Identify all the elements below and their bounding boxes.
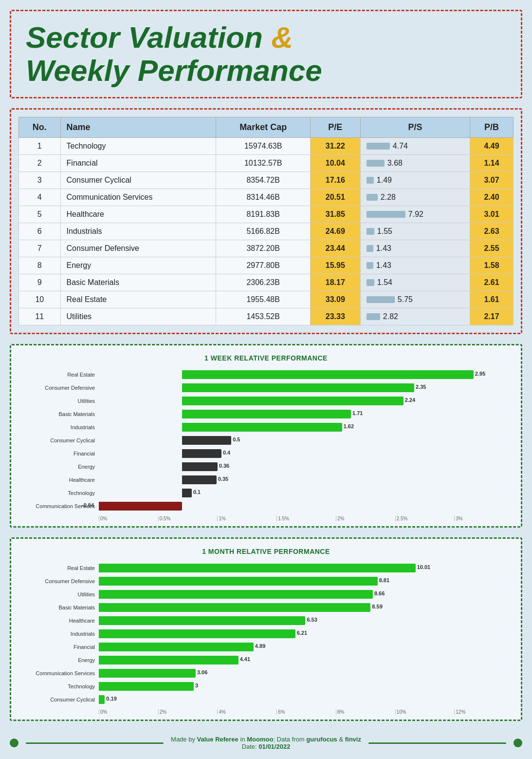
bar-fill <box>182 449 221 458</box>
bar-fill <box>99 656 238 664</box>
bar-container: -0.84 <box>99 502 509 511</box>
xaxis-tick: 3% <box>454 516 514 521</box>
bar-row: Technology3 <box>18 681 509 692</box>
xaxis-tick: 4% <box>217 709 276 715</box>
xaxis-tick: 12% <box>454 709 514 715</box>
bar-value: 4.89 <box>255 643 265 649</box>
cell-name: Utilities <box>60 308 216 325</box>
bar-label: Communication Services <box>18 670 99 676</box>
bar-container: 1.62 <box>99 423 509 432</box>
bar-container: 8.59 <box>99 603 509 612</box>
cell-pb: 2.55 <box>470 240 514 257</box>
bar-container: 8.66 <box>99 590 509 599</box>
footer-line-left <box>26 742 164 744</box>
bar-value: 1.71 <box>352 410 363 416</box>
cell-name: Energy <box>60 257 216 274</box>
bar-container: 3 <box>99 682 509 691</box>
cell-no: 3 <box>19 172 61 189</box>
cell-marketcap: 2306.23B <box>216 274 310 291</box>
xaxis-tick: 2.5% <box>395 516 455 521</box>
col-pe: P/E <box>310 117 360 138</box>
cell-pe: 15.95 <box>310 257 360 274</box>
bar-container: 4.41 <box>99 656 509 664</box>
cell-no: 5 <box>19 206 61 223</box>
bar-fill <box>99 616 305 625</box>
bar-row: Basic Materials8.59 <box>18 602 509 613</box>
col-name: Name <box>60 117 216 138</box>
bar-value: 0.36 <box>219 463 229 469</box>
col-marketcap: Market Cap <box>216 117 310 138</box>
cell-no: 6 <box>19 223 61 240</box>
bar-value: 2.24 <box>405 397 415 403</box>
cell-marketcap: 8314.46B <box>216 189 310 206</box>
bar-label: Financial <box>18 644 99 650</box>
bar-row: Energy0.36 <box>18 461 509 472</box>
xaxis-tick: 1% <box>217 516 276 521</box>
bar-fill <box>99 590 373 599</box>
bar-fill <box>99 629 295 638</box>
table-row: 8 Energy 2977.80B 15.95 1.43 1.58 <box>19 257 514 274</box>
bar-row: Consumer Defensive8.81 <box>18 576 509 587</box>
cell-no: 1 <box>19 138 61 155</box>
bar-value: 2.35 <box>416 384 426 390</box>
cell-name: Consumer Cyclical <box>60 172 216 189</box>
bar-row: Basic Materials1.71 <box>18 409 509 419</box>
cell-pb: 1.58 <box>470 257 514 274</box>
header-box: Sector Valuation & Weekly Performance <box>10 10 522 98</box>
bar-container: 0.1 <box>99 489 509 497</box>
bar-row: Technology0.1 <box>18 488 509 498</box>
footer-circle-right <box>514 739 522 747</box>
bar-value: 0.19 <box>106 696 116 702</box>
cell-name: Technology <box>60 138 216 155</box>
cell-name: Healthcare <box>60 206 216 223</box>
cell-pe: 24.69 <box>310 223 360 240</box>
cell-ps: 5.75 <box>360 291 470 308</box>
cell-no: 7 <box>19 240 61 257</box>
bar-fill <box>182 397 404 405</box>
bar-value: 8.66 <box>374 590 385 596</box>
cell-pe: 17.16 <box>310 172 360 189</box>
bar-row: Industrials6.21 <box>18 628 509 639</box>
header-ampersand: & <box>271 20 293 54</box>
bar-label: Technology <box>18 490 99 496</box>
table-row: 1 Technology 15974.63B 31.22 4.74 4.49 <box>19 138 514 155</box>
cell-pb: 2.40 <box>470 189 514 206</box>
bar-fill <box>182 489 192 497</box>
bar-label: Healthcare <box>18 618 99 624</box>
bar-value: -0.84 <box>82 502 94 508</box>
bar-fill <box>99 564 416 572</box>
bar-fill <box>182 370 474 379</box>
bar-label: Technology <box>18 683 99 689</box>
bar-fill <box>99 695 105 704</box>
bar-label: Industrials <box>18 631 99 637</box>
header-title: Sector Valuation & Weekly Performance <box>26 21 506 87</box>
cell-pb: 3.07 <box>470 172 514 189</box>
bar-label: Basic Materials <box>18 605 99 610</box>
cell-ps: 7.92 <box>360 206 470 223</box>
cell-ps: 1.54 <box>360 274 470 291</box>
table-row: 9 Basic Materials 2306.23B 18.17 1.54 2.… <box>19 274 514 291</box>
bar-row: Financial0.4 <box>18 448 509 459</box>
chart1-box: 1 WEEK RELATIVE PERFORMANCE Real Estate2… <box>10 344 522 528</box>
chart2-box: 1 MONTH RELATIVE PERFORMANCE Real Estate… <box>10 537 522 721</box>
col-no: No. <box>19 117 61 138</box>
bar-value: 1.62 <box>344 423 354 429</box>
xaxis-tick: 2% <box>336 516 395 521</box>
table-row: 7 Consumer Defensive 3872.20B 23.44 1.43… <box>19 240 514 257</box>
bar-row: Financial4.89 <box>18 642 509 652</box>
cell-pb: 2.61 <box>470 274 514 291</box>
table-row: 4 Communication Services 8314.46B 20.51 … <box>19 189 514 206</box>
cell-ps: 1.43 <box>360 240 470 257</box>
bar-value: 8.81 <box>379 577 389 583</box>
cell-pb: 2.63 <box>470 223 514 240</box>
cell-pb: 4.49 <box>470 138 514 155</box>
bar-container: 6.21 <box>99 629 509 638</box>
bar-fill <box>99 643 254 651</box>
col-pb: P/B <box>470 117 514 138</box>
bar-fill <box>99 682 194 691</box>
col-ps: P/S <box>360 117 470 138</box>
bar-row: Healthcare6.53 <box>18 615 509 626</box>
bar-container: 0.19 <box>99 695 509 704</box>
bar-fill <box>182 410 351 418</box>
cell-no: 8 <box>19 257 61 274</box>
